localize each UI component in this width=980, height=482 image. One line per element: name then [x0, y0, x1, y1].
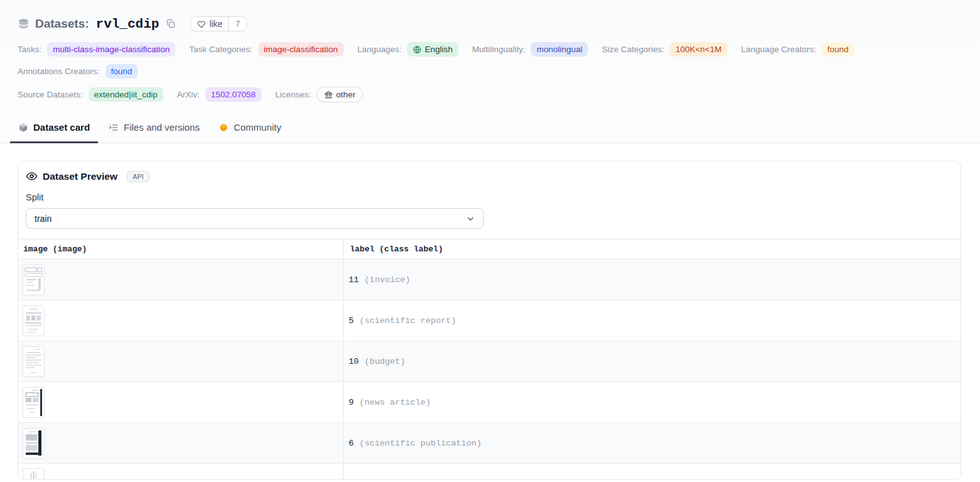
eye-icon: [26, 170, 38, 182]
tag-label: Task Categories:: [189, 45, 253, 54]
tab-label: Dataset card: [33, 121, 90, 133]
tag-label: Annotations Creators:: [18, 67, 100, 76]
tag-label: Multilinguality:: [472, 45, 526, 54]
copy-icon[interactable]: [166, 19, 176, 29]
document-thumbnail: [23, 429, 44, 458]
chevron-down-icon: [466, 214, 475, 223]
tag-group-source-datasets: Source Datasets: extended|iit_cdip: [18, 87, 163, 102]
dataset-preview-card: Dataset Preview API Split train image (i…: [18, 161, 961, 480]
row-label-number: 9: [349, 398, 354, 407]
bank-icon: [324, 90, 333, 99]
tag-label: Languages:: [357, 45, 402, 54]
tab-community[interactable]: Community: [210, 121, 290, 143]
row-label-number: 6: [349, 439, 354, 448]
tag-pill-annotations-creators[interactable]: found: [106, 64, 138, 79]
row-label-name: (scientific report): [359, 316, 456, 326]
column-header-image: image (image): [18, 239, 344, 259]
title-row: Datasets: rvl_cdip like 7: [18, 16, 962, 31]
tags-row-1: Tasks: multi-class-image-classification …: [18, 42, 962, 79]
tag-pill-languages-text: English: [425, 44, 452, 55]
split-select[interactable]: train: [26, 208, 484, 229]
tag-group-task-categories: Task Categories: image-classification: [189, 42, 343, 57]
like-count[interactable]: 7: [228, 17, 246, 31]
tag-pill-source-datasets[interactable]: extended|iit_cdip: [89, 87, 163, 102]
row-label-number: 5: [349, 316, 354, 326]
table-row: 10 (budget): [18, 341, 961, 382]
heart-icon: [197, 19, 206, 29]
tag-label: Licenses:: [275, 90, 311, 99]
row-label-name: (news article): [359, 398, 430, 407]
main-content: Dataset Preview API Split train image (i…: [0, 143, 980, 482]
preview-table: image (image) label (class label) 11 (in…: [18, 239, 961, 479]
tag-pill-task-categories[interactable]: image-classification: [258, 42, 344, 57]
tag-pill-languages[interactable]: English: [407, 42, 458, 57]
tag-label: Tasks:: [18, 45, 41, 54]
row-label-number: 11: [349, 275, 359, 285]
tag-pill-licenses-text: other: [336, 89, 356, 100]
like-label: like: [209, 19, 222, 29]
tab-dataset-card[interactable]: Dataset card: [10, 121, 98, 143]
tag-group-annotations-creators: Annotations Creators: found: [18, 64, 138, 79]
tag-pill-language-creators[interactable]: found: [822, 42, 854, 57]
tab-label: Community: [234, 121, 281, 133]
tags-row-2: Source Datasets: extended|iit_cdip ArXiv…: [18, 87, 962, 102]
tag-group-tasks: Tasks: multi-class-image-classification: [18, 42, 175, 57]
column-header-label: label (class label): [344, 239, 961, 259]
database-icon: [18, 18, 30, 30]
row-label-name: (invoice): [364, 275, 410, 285]
community-icon: [219, 123, 229, 133]
document-thumbnail: [23, 388, 44, 417]
tag-group-language-creators: Language Creators: found: [741, 42, 854, 57]
preview-title: Dataset Preview: [43, 171, 117, 182]
split-selected-value: train: [35, 214, 52, 224]
tag-group-languages: Languages: English: [357, 42, 459, 57]
dataset-name: rvl_cdip: [96, 17, 160, 31]
api-badge[interactable]: API: [127, 171, 150, 182]
tag-pill-licenses[interactable]: other: [317, 87, 363, 102]
tag-pill-size-categories[interactable]: 100K<n<1M: [670, 42, 727, 57]
document-thumbnail: [23, 469, 44, 479]
table-row: 9 (news article): [18, 382, 961, 423]
row-label-name: (budget): [364, 357, 405, 366]
tag-label: ArXiv:: [177, 90, 200, 99]
tag-pill-arxiv[interactable]: 1502.07058: [205, 87, 261, 102]
document-thumbnail: [23, 306, 44, 336]
preview-title-row: Dataset Preview API: [26, 170, 953, 182]
split-label: Split: [26, 192, 953, 203]
tag-pill-tasks[interactable]: multi-class-image-classification: [47, 42, 175, 57]
versions-icon: [109, 123, 119, 133]
cube-icon: [18, 123, 28, 133]
table-row: 5 (scientific report): [18, 300, 961, 341]
tag-group-size-categories: Size Categories: 100K<n<1M: [602, 42, 727, 57]
tag-label: Size Categories:: [602, 45, 664, 54]
tag-group-licenses: Licenses: other: [275, 87, 363, 102]
tag-label: Language Creators:: [741, 45, 816, 54]
page-header-area: Datasets: rvl_cdip like 7 Tasks: multi-c…: [0, 0, 980, 143]
table-row: 11 (invoice): [18, 260, 961, 300]
table-row-partial: [18, 464, 961, 479]
tag-group-arxiv: ArXiv: 1502.07058: [177, 87, 261, 102]
globe-icon: [413, 45, 422, 54]
breadcrumb[interactable]: Datasets:: [35, 17, 89, 31]
tag-label: Source Datasets:: [18, 90, 83, 99]
document-thumbnail: [23, 265, 44, 295]
tag-pill-multilinguality[interactable]: monolingual: [531, 42, 588, 57]
table-row: 6 (scientific publication): [18, 423, 961, 464]
document-thumbnail: [23, 347, 44, 376]
row-label-number: 10: [349, 357, 359, 366]
row-label-name: (scientific publication): [359, 439, 481, 448]
tag-group-multilinguality: Multilinguality: monolingual: [472, 42, 589, 57]
table-header-row: image (image) label (class label): [18, 239, 961, 260]
tab-bar: Dataset card Files and versions Communit…: [0, 121, 980, 143]
tab-files-and-versions[interactable]: Files and versions: [101, 121, 208, 143]
tab-label: Files and versions: [124, 121, 200, 133]
like-button[interactable]: like 7: [190, 16, 247, 31]
